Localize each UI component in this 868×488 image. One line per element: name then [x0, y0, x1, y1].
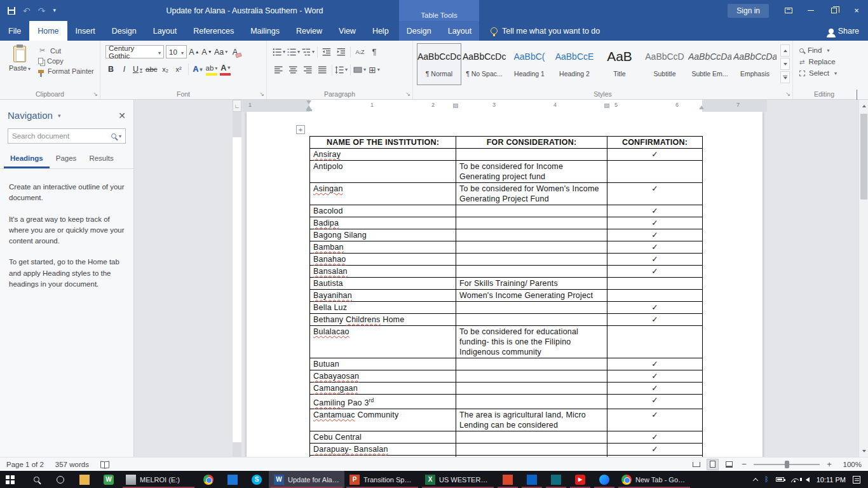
confirmation-cell[interactable]: ✓	[607, 266, 703, 278]
numbering-button[interactable]	[287, 45, 301, 58]
consideration-cell[interactable]	[456, 383, 607, 395]
institution-cell[interactable]: Butuan	[310, 358, 456, 370]
institution-cell[interactable]: Bautista	[310, 278, 456, 290]
consideration-cell[interactable]: To be considered for Women's Income Gene…	[456, 183, 607, 205]
zoom-in-button[interactable]: +	[825, 459, 833, 469]
zoom-slider[interactable]	[754, 464, 820, 465]
style-item[interactable]: AaBbCcDaSubtle Em...	[688, 44, 731, 85]
first-line-indent-marker[interactable]	[306, 100, 311, 104]
navigation-options-icon[interactable]: ▾	[58, 112, 118, 119]
search-options-caret-icon[interactable]: ▾	[119, 133, 121, 139]
bold-button[interactable]: B	[105, 63, 116, 76]
confirmation-cell[interactable]: ✓	[607, 149, 703, 161]
replace-button[interactable]: ⇄ Replace	[799, 58, 837, 65]
navigation-tab-headings[interactable]: Headings	[4, 151, 50, 168]
shrink-font-button[interactable]: A▼	[201, 46, 212, 58]
institution-cell[interactable]: Badipa	[310, 217, 456, 229]
consideration-cell[interactable]	[456, 149, 607, 161]
minimize-button[interactable]	[799, 0, 822, 21]
multilevel-list-button[interactable]	[301, 45, 315, 58]
styles-scroll-down-button[interactable]	[780, 58, 790, 70]
page-indicator[interactable]: Page 1 of 2	[6, 461, 44, 468]
institution-cell[interactable]: Bulalacao	[310, 326, 456, 358]
undo-icon[interactable]: ↶	[23, 6, 31, 15]
tab-selector[interactable]: ∟	[233, 100, 241, 112]
institution-cell[interactable]: Bagong Silang	[310, 229, 456, 241]
youtube-app-button[interactable]: ▶	[568, 471, 592, 488]
consideration-cell[interactable]	[456, 205, 607, 217]
file-explorer-button[interactable]	[72, 471, 97, 488]
confirmation-cell[interactable]	[607, 161, 703, 183]
print-layout-button[interactable]	[707, 459, 718, 470]
institution-cell[interactable]: Bansalan	[310, 266, 456, 278]
change-case-button[interactable]: Aa	[214, 46, 227, 58]
increase-indent-button[interactable]	[334, 45, 348, 58]
confirmation-cell[interactable]: ✓	[607, 370, 703, 383]
redo-icon[interactable]: ↷	[38, 6, 46, 15]
tab-file[interactable]: File	[0, 21, 29, 41]
camera-app-button[interactable]	[496, 471, 520, 488]
maximize-button[interactable]	[822, 0, 845, 21]
confirmation-cell[interactable]: ✓	[607, 229, 703, 241]
styles-more-button[interactable]	[780, 71, 790, 83]
sign-in-button[interactable]: Sign in	[728, 4, 769, 18]
consideration-cell[interactable]: For Skills Training/ Parents	[456, 278, 607, 290]
cortana-button[interactable]	[48, 471, 72, 488]
line-spacing-button[interactable]	[334, 63, 348, 76]
consideration-cell[interactable]	[456, 229, 607, 241]
search-icon[interactable]	[111, 133, 116, 139]
tab-mailings[interactable]: Mailings	[242, 21, 288, 41]
navigation-tab-pages[interactable]: Pages	[50, 151, 83, 168]
institution-cell[interactable]: Bella Luz	[310, 302, 456, 314]
scroll-down-button[interactable]	[859, 446, 868, 456]
consideration-cell[interactable]: The area is agricultural land, Micro Len…	[456, 409, 607, 431]
consideration-cell[interactable]	[456, 266, 607, 278]
tab-home[interactable]: Home	[29, 21, 67, 41]
institution-cell[interactable]: Ansiray	[310, 149, 456, 161]
cut-button[interactable]: ✂ Cut	[38, 46, 94, 55]
confirmation-cell[interactable]: ✓	[607, 431, 703, 444]
confirmation-cell[interactable]: ✓	[607, 314, 703, 326]
strikethrough-button[interactable]: abc	[146, 63, 158, 76]
tab-references[interactable]: References	[185, 21, 242, 41]
justify-button[interactable]	[316, 63, 330, 76]
explorer-window-button[interactable]: MELROI (E:)	[121, 471, 196, 488]
proofing-status-icon[interactable]	[100, 461, 109, 468]
web-layout-button[interactable]	[724, 459, 735, 470]
bluetooth-icon[interactable]: ᛒ	[764, 476, 769, 483]
zoom-level[interactable]: 100%	[839, 461, 862, 468]
institution-cell[interactable]: Bayanihan	[310, 290, 456, 302]
vertical-ruler[interactable]	[233, 112, 241, 457]
institution-cell[interactable]: Bamban	[310, 241, 456, 254]
paste-button[interactable]: Paste	[5, 44, 34, 88]
copy-button[interactable]: Copy	[38, 57, 94, 65]
save-icon[interactable]	[8, 7, 15, 15]
share-button[interactable]: Share	[829, 21, 859, 41]
navigation-tab-results[interactable]: Results	[83, 151, 119, 168]
sort-button[interactable]: A↓Z	[353, 45, 367, 58]
right-indent-marker[interactable]	[699, 105, 704, 109]
table-move-handle[interactable]: +	[296, 125, 305, 134]
customize-quick-access-icon[interactable]: ▾	[53, 8, 56, 13]
consideration-cell[interactable]	[456, 395, 607, 409]
consideration-cell[interactable]	[456, 302, 607, 314]
start-button[interactable]	[0, 471, 24, 488]
confirmation-cell[interactable]: ✓	[607, 254, 703, 266]
subscript-button[interactable]: x₂	[160, 63, 171, 76]
superscript-button[interactable]: x²	[173, 63, 184, 76]
styles-scroll-up-button[interactable]	[780, 44, 790, 57]
store-app-button[interactable]	[544, 471, 568, 488]
tell-me-box[interactable]: Tell me what you want to do	[491, 21, 600, 41]
institution-cell[interactable]: Antipolo	[310, 161, 456, 183]
tab-review[interactable]: Review	[288, 21, 330, 41]
confirmation-cell[interactable]: ✓	[607, 183, 703, 205]
institution-cell[interactable]: Darapuay- Bansalan	[310, 444, 456, 456]
consideration-cell[interactable]: To be considered for educational funding…	[456, 326, 607, 358]
contextual-tab-layout[interactable]: Layout	[440, 21, 480, 41]
confirmation-cell[interactable]: ✓	[607, 302, 703, 314]
calculator-app-button[interactable]	[520, 471, 544, 488]
word-count[interactable]: 357 words	[55, 461, 89, 468]
style-item[interactable]: AaBbCcDaEmphasis	[733, 44, 776, 85]
tab-insert[interactable]: Insert	[67, 21, 104, 41]
taskbar-clock[interactable]: 10:11 PM	[817, 476, 846, 484]
